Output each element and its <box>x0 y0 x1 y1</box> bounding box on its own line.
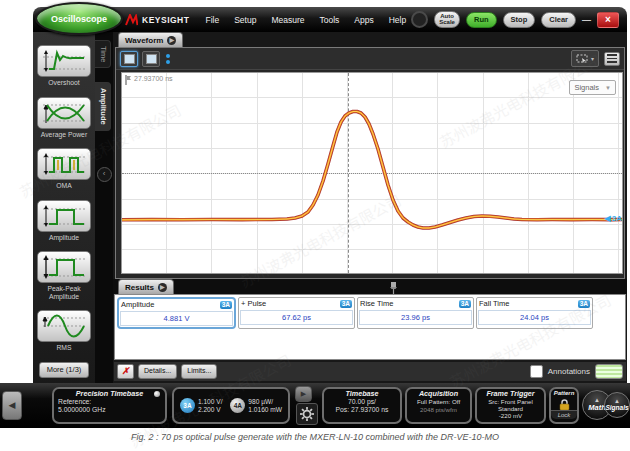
sidebar-item-rms[interactable]: RMS <box>37 310 91 352</box>
rms-icon <box>37 310 91 342</box>
menu-apps[interactable]: Apps <box>354 15 373 25</box>
camera-icon[interactable] <box>411 11 428 28</box>
pin-icon[interactable] <box>389 281 398 294</box>
marker-flag-icon <box>125 75 132 85</box>
menubar: File Setup Measure Tools Apps Help <box>205 15 406 25</box>
overshoot-icon <box>37 45 91 77</box>
menu-file[interactable]: File <box>205 15 219 25</box>
signals-dropdown[interactable]: Signals ▼ <box>569 80 616 95</box>
split-display-layout-button[interactable] <box>142 51 160 67</box>
status-bar: ◀ Precision Timebase Reference: 5.000000… <box>0 383 630 428</box>
titlebar: Oscilloscope KEYSIGHT File Setup Measure… <box>33 7 627 32</box>
pattern-lock-panel[interactable]: Pattern Lock <box>549 387 579 424</box>
oscilloscope-logo-label: Oscilloscope <box>51 14 107 24</box>
result-label: Rise Time <box>360 299 393 308</box>
run-button[interactable]: Run <box>466 12 497 28</box>
menu-icon[interactable] <box>604 52 620 66</box>
zoom-dropdown-arrow-icon[interactable]: ▾ <box>591 55 594 62</box>
frame-trigger-panel[interactable]: Frame Trigger Src: Front Panel Standard … <box>475 387 546 424</box>
result-cell-pulse[interactable]: + Pulse 3A 67.62 ps <box>238 297 355 329</box>
result-value: 24.04 ps <box>478 310 591 325</box>
left-triangle-icon: ◀ <box>605 214 611 223</box>
amplitude-icon <box>37 200 91 232</box>
results-panel: Amplitude 3A 4.881 V + Pulse 3A 67.62 ps… <box>114 294 626 360</box>
delete-measurement-button[interactable]: ✗ <box>117 364 134 379</box>
acquisition-panel[interactable]: Acquisition Full Pattern: Off 2048 pts/w… <box>405 387 472 424</box>
sidebar-item-label: RMS <box>56 344 71 352</box>
annotations-checkbox[interactable] <box>530 365 543 378</box>
timebase-panel[interactable]: Timebase 70.00 ps/ Pos: 27.93700 ns <box>322 387 402 424</box>
figure-caption: Fig. 2 : 70 ps optical pulse generate wi… <box>0 432 630 442</box>
tab-waveform[interactable]: Waveform ▶ <box>118 32 183 47</box>
waveform-toolbar: ▾ <box>116 48 624 70</box>
tab-time[interactable]: Time <box>95 40 111 68</box>
channel-setup-panel[interactable]: 3A 1.100 V/ 2.200 V 4A 980 µW/ 1.0160 mW <box>172 387 290 424</box>
oma-icon <box>37 148 91 180</box>
sidebar-item-label: OMA <box>56 182 71 190</box>
oscilloscope-logo: Oscilloscope <box>35 2 123 35</box>
results-tab-play-icon[interactable]: ▶ <box>158 283 167 292</box>
sidebar-item-label: Peak-Peak Amplitude <box>33 285 95 300</box>
channel-badge: 3A <box>459 300 471 308</box>
result-label: Fall Time <box>479 299 509 308</box>
zoom-select-icon[interactable]: ▾ <box>571 50 599 67</box>
peak-peak-amplitude-icon <box>37 251 91 283</box>
results-header-bar <box>113 279 627 294</box>
close-button[interactable]: × <box>597 12 619 28</box>
annotation-color-button[interactable] <box>595 364 623 379</box>
sidebar-item-label: Average Power <box>41 131 87 139</box>
result-cell-fall-time[interactable]: Fall Time 3A 24.04 ps <box>476 297 593 329</box>
menu-measure[interactable]: Measure <box>271 15 304 25</box>
result-value: 67.62 ps <box>240 310 353 325</box>
result-value: 23.96 ps <box>359 310 472 325</box>
titlebar-controls: Auto Scale Run Stop Clear — × <box>411 11 619 28</box>
channel-4a-badge: 4A <box>230 398 245 413</box>
menu-help[interactable]: Help <box>389 15 406 25</box>
single-display-layout-button[interactable] <box>120 51 138 67</box>
sidebar-item-amplitude[interactable]: Amplitude <box>37 200 91 242</box>
measurement-sidebar: Overshoot Average Power OMA <box>33 32 95 383</box>
channel-4a[interactable]: 4A 980 µW/ 1.0160 mW <box>230 398 282 413</box>
main-panel: Waveform ▶ ▾ <box>113 32 627 383</box>
auto-scale-button[interactable]: Auto Scale <box>434 11 460 28</box>
result-cell-rise-time[interactable]: Rise Time 3A 23.96 ps <box>357 297 474 329</box>
collapse-sidebar-icon[interactable]: ‹ <box>97 167 112 182</box>
channel-3a-marker[interactable]: ◀ 3A <box>605 214 622 223</box>
sidebar-item-oma[interactable]: OMA <box>37 148 91 190</box>
annotations-label: Annotations <box>548 367 590 376</box>
precision-timebase-panel[interactable]: Precision Timebase Reference: 5.0000000 … <box>52 387 167 424</box>
result-cell-amplitude[interactable]: Amplitude 3A 4.881 V <box>117 297 236 329</box>
waveform-tab-play-icon[interactable]: ▶ <box>167 36 176 45</box>
average-power-icon <box>37 97 91 129</box>
clear-button[interactable]: Clear <box>541 12 576 28</box>
tab-amplitude[interactable]: Amplitude <box>95 82 111 131</box>
result-label: + Pulse <box>241 299 266 308</box>
channel-3a-badge: 3A <box>180 398 195 413</box>
waveform-view: ▾ 27.93700 ns Signals ▼ <box>115 47 625 279</box>
sidebar-item-label: Amplitude <box>49 234 79 242</box>
stop-button[interactable]: Stop <box>503 12 536 28</box>
menu-setup[interactable]: Setup <box>234 15 256 25</box>
result-value: 4.881 V <box>120 311 233 326</box>
signals-button[interactable]: ▲ Signals <box>604 392 630 418</box>
sidebar-item-label: Overshoot <box>48 79 79 87</box>
menu-tools[interactable]: Tools <box>319 15 339 25</box>
sidebar-item-overshoot[interactable]: Overshoot <box>37 45 91 87</box>
limits-button[interactable]: Limits... <box>181 364 217 379</box>
scroll-right-icon[interactable]: ▶ <box>295 386 312 402</box>
brand-group: KEYSIGHT <box>125 14 189 26</box>
gear-icon[interactable] <box>296 403 318 425</box>
channel-badge: 3A <box>220 301 232 309</box>
sidebar-item-average-power[interactable]: Average Power <box>37 97 91 139</box>
channel-3a[interactable]: 3A 1.100 V/ 2.200 V <box>180 398 223 413</box>
sidebar-item-peak-peak-amplitude[interactable]: Peak-Peak Amplitude <box>33 251 95 300</box>
scroll-left-icon[interactable]: ◀ <box>2 391 22 420</box>
details-button[interactable]: Details... <box>138 364 177 379</box>
channel-badge: 3A <box>340 300 352 308</box>
channel-badge: 3A <box>578 300 590 308</box>
more-measurements-button[interactable]: More (1/3) <box>39 362 89 378</box>
lock-icon <box>558 398 571 410</box>
waveform-plot[interactable]: 27.93700 ns Signals ▼ ◀ 3A <box>121 72 623 274</box>
minimize-button[interactable]: — <box>582 15 591 25</box>
tab-results[interactable]: Results ▶ <box>118 279 174 294</box>
